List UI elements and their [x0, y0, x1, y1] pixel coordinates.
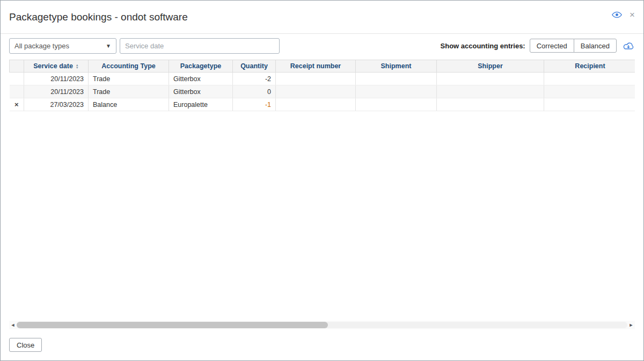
horizontal-scrollbar[interactable]: ◄ ►	[9, 321, 635, 329]
cell-quantity: -2	[233, 73, 276, 85]
cell-receipt_number	[276, 73, 356, 85]
cell-shipper	[437, 85, 544, 98]
column-header-shipper: Shipper	[437, 60, 544, 73]
scroll-left-arrow-icon[interactable]: ◄	[9, 322, 17, 328]
cell-packagetype: Gitterbox	[169, 85, 233, 98]
column-header-label: Recipient	[575, 62, 605, 70]
cell-shipper	[437, 73, 544, 85]
column-header-label: Shipment	[381, 62, 412, 70]
sort-icon: ▲▼	[76, 64, 79, 69]
column-header-label: Receipt number	[290, 62, 341, 70]
corrected-button[interactable]: Corrected	[530, 39, 574, 53]
balanced-button[interactable]: Balanced	[574, 39, 617, 53]
column-header-quantity: Quantity	[233, 60, 276, 73]
column-header-service_date[interactable]: Service date▲▼	[24, 60, 89, 73]
service-date-input[interactable]	[120, 38, 280, 54]
column-header-recipient: Recipient	[544, 60, 635, 73]
column-header-label: Quantity	[240, 62, 268, 70]
eye-icon[interactable]	[612, 11, 622, 18]
chevron-down-icon: ▼	[106, 43, 111, 49]
scrollbar-thumb[interactable]	[17, 322, 328, 328]
page-title: Packagetype bookings - ondot software	[9, 11, 188, 23]
cell-recipient	[544, 85, 635, 98]
cell-accounting_type: Trade	[89, 85, 169, 98]
close-button[interactable]: Close	[9, 338, 42, 352]
column-header-label: Packagetype	[180, 62, 221, 70]
cell-shipment	[356, 85, 437, 98]
eye-icon-svg	[612, 11, 622, 18]
package-type-select[interactable]: All package types ▼	[9, 38, 116, 54]
accounting-entries-label: Show accounting entries:	[441, 42, 525, 50]
cell-recipient	[544, 73, 635, 85]
cell-receipt_number	[276, 85, 356, 98]
cell-shipper	[437, 98, 544, 111]
table-row[interactable]: 20/11/2023TradeGitterbox-2	[10, 73, 635, 85]
scroll-right-arrow-icon[interactable]: ►	[627, 322, 635, 328]
cell-row_icon	[10, 85, 24, 98]
column-header-row_icon	[10, 60, 24, 73]
scrollbar-track[interactable]	[17, 322, 627, 328]
cell-recipient	[544, 98, 635, 111]
table-body: 20/11/2023TradeGitterbox-220/11/2023Trad…	[10, 73, 635, 111]
titlebar: Packagetype bookings - ondot software ×	[1, 1, 643, 34]
package-type-select-value: All package types	[14, 42, 69, 50]
cell-accounting_type: Balance	[89, 98, 169, 111]
cell-accounting_type: Trade	[89, 73, 169, 85]
toolbar: All package types ▼ Show accounting entr…	[1, 34, 643, 60]
table-row[interactable]: 20/11/2023TradeGitterbox0	[10, 85, 635, 98]
dialog-footer: Close	[1, 329, 643, 360]
column-header-label: Shipper	[478, 62, 503, 70]
cell-service_date: 27/03/2023	[24, 98, 89, 111]
bookings-table: Service date▲▼Accounting TypePackagetype…	[9, 60, 635, 111]
column-header-receipt_number: Receipt number	[276, 60, 356, 73]
download-cloud-icon-svg	[622, 41, 635, 50]
column-header-label: Accounting Type	[101, 62, 155, 70]
cell-row_icon	[10, 73, 24, 85]
download-cloud-icon[interactable]	[622, 41, 635, 50]
cell-receipt_number	[276, 98, 356, 111]
cell-packagetype: Europalette	[169, 98, 233, 111]
table-header-row: Service date▲▼Accounting TypePackagetype…	[10, 60, 635, 73]
column-header-shipment: Shipment	[356, 60, 437, 73]
table-row[interactable]: ×27/03/2023BalanceEuropalette-1	[10, 98, 635, 111]
delete-row-icon[interactable]: ×	[10, 98, 24, 111]
bookings-grid: Service date▲▼Accounting TypePackagetype…	[9, 60, 635, 329]
cell-service_date: 20/11/2023	[24, 85, 89, 98]
cell-quantity: 0	[233, 85, 276, 98]
column-header-label: Service date	[33, 62, 73, 70]
column-header-packagetype: Packagetype	[169, 60, 233, 73]
column-header-accounting_type: Accounting Type	[89, 60, 169, 73]
cell-service_date: 20/11/2023	[24, 73, 89, 85]
cell-quantity: -1	[233, 98, 276, 111]
close-icon[interactable]: ×	[630, 10, 635, 19]
cell-shipment	[356, 73, 437, 85]
packagetype-bookings-dialog: Packagetype bookings - ondot software × …	[0, 0, 644, 361]
cell-shipment	[356, 98, 437, 111]
cell-packagetype: Gitterbox	[169, 73, 233, 85]
accounting-entries-toggle: Corrected Balanced	[530, 39, 617, 53]
